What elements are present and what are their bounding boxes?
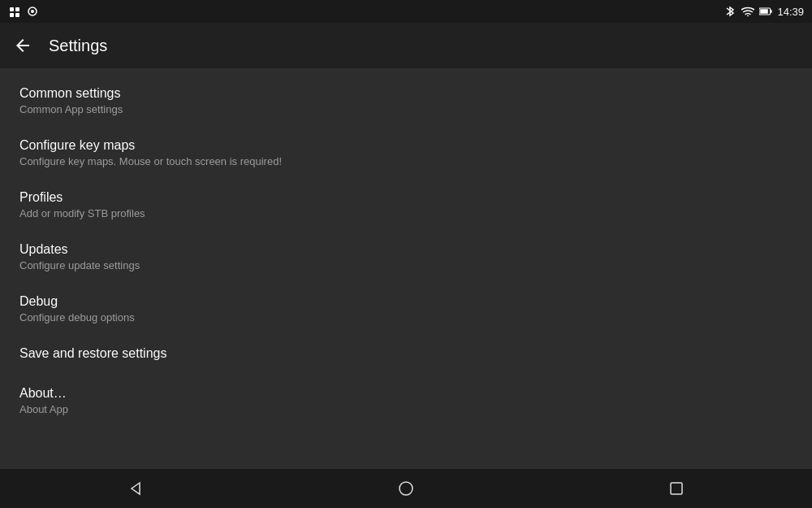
svg-rect-12: [671, 483, 682, 494]
svg-rect-9: [761, 9, 769, 14]
svg-point-5: [31, 10, 34, 13]
settings-item-debug[interactable]: DebugConfigure debug options: [0, 283, 812, 335]
settings-item-title-debug: Debug: [19, 294, 793, 309]
status-bar: 14:39: [0, 0, 812, 23]
back-button[interactable]: [13, 36, 32, 55]
settings-item-subtitle-updates: Configure update settings: [19, 259, 793, 271]
status-bar-left: [8, 5, 39, 18]
svg-rect-1: [15, 7, 19, 11]
settings-item-title-profiles: Profiles: [19, 190, 793, 205]
settings-list: Common settingsCommon App settingsConfig…: [0, 68, 812, 469]
app-bar-title: Settings: [49, 37, 107, 55]
nav-back-button[interactable]: [116, 469, 155, 508]
settings-item-title-common-settings: Common settings: [19, 86, 793, 101]
status-time: 14:39: [777, 6, 804, 18]
settings-item-title-about: About…: [19, 386, 793, 401]
svg-rect-2: [10, 13, 14, 17]
settings-item-common-settings[interactable]: Common settingsCommon App settings: [0, 75, 812, 127]
nav-home-button[interactable]: [387, 469, 425, 508]
settings-item-title-updates: Updates: [19, 242, 793, 257]
settings-item-updates[interactable]: UpdatesConfigure update settings: [0, 231, 812, 283]
settings-item-title-configure-key-maps: Configure key maps: [19, 138, 793, 153]
svg-point-6: [747, 15, 749, 16]
settings-item-title-save-restore: Save and restore settings: [19, 346, 793, 361]
settings-item-subtitle-profiles: Add or modify STB profiles: [19, 207, 793, 219]
bluetooth-icon: [723, 5, 736, 18]
wifi-icon: [741, 5, 754, 18]
status-bar-right: 14:39: [723, 5, 804, 18]
settings-item-subtitle-common-settings: Common App settings: [19, 103, 793, 115]
app-bar: Settings: [0, 23, 812, 68]
settings-item-subtitle-debug: Configure debug options: [19, 311, 793, 323]
app-icon-1: [8, 5, 21, 18]
app-icon-2: [26, 5, 39, 18]
settings-item-subtitle-configure-key-maps: Configure key maps. Mouse or touch scree…: [19, 155, 793, 167]
svg-marker-10: [132, 483, 140, 494]
svg-rect-8: [771, 10, 772, 13]
settings-item-subtitle-about: About App: [19, 403, 793, 415]
settings-item-configure-key-maps[interactable]: Configure key mapsConfigure key maps. Mo…: [0, 127, 812, 179]
settings-item-about[interactable]: About…About App: [0, 375, 812, 427]
svg-point-11: [400, 482, 412, 495]
svg-rect-0: [10, 7, 14, 11]
nav-bar: [0, 469, 812, 508]
settings-item-profiles[interactable]: ProfilesAdd or modify STB profiles: [0, 179, 812, 231]
settings-item-save-restore[interactable]: Save and restore settings: [0, 335, 812, 375]
battery-icon: [759, 5, 772, 18]
svg-rect-3: [15, 13, 19, 17]
nav-recent-button[interactable]: [657, 469, 696, 508]
